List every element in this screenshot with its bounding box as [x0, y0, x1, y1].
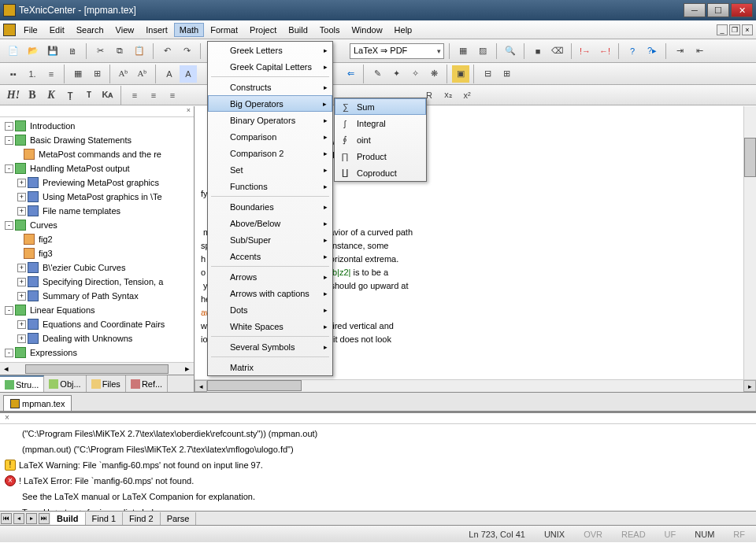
structure-tree[interactable]: -Introduction -Basic Drawing Statements … — [0, 117, 194, 362]
submenu-sum[interactable]: ∑Sum — [335, 98, 426, 115]
new-button[interactable]: 📄 — [5, 42, 22, 60]
tree-item[interactable]: Expressions — [28, 347, 79, 358]
menu-file[interactable]: File — [18, 23, 43, 37]
expand-icon[interactable]: - — [5, 136, 13, 145]
expand-icon[interactable]: + — [17, 207, 26, 216]
expand-icon[interactable]: + — [17, 264, 26, 272]
output-nav-next[interactable]: ▸ — [26, 513, 37, 524]
menu-build[interactable]: Build — [283, 23, 313, 37]
expand-icon[interactable]: + — [17, 334, 26, 343]
menu-constructs[interactable]: Constructs▸ — [208, 79, 332, 95]
tree-item[interactable]: Specifying Direction, Tension, a — [41, 276, 165, 287]
menu-functions[interactable]: Functions▸ — [208, 178, 332, 194]
output-tab-build[interactable]: Build — [50, 512, 86, 525]
tree-item[interactable]: Basic Drawing Statements — [28, 135, 133, 146]
paste-button[interactable]: 📋 — [131, 42, 148, 60]
sub-icon[interactable]: x₂ — [439, 87, 457, 104]
tree-item[interactable]: B\'ezier Cubic Curves — [41, 262, 127, 273]
output-tab-find2[interactable]: Find 2 — [123, 512, 161, 525]
output-nav-prev[interactable]: ◂ — [13, 513, 24, 524]
menu-search[interactable]: Search — [71, 23, 109, 37]
indent-button[interactable]: ⇥ — [671, 42, 688, 60]
expand-icon[interactable]: - — [5, 122, 13, 131]
tree-item[interactable]: fig2 — [37, 234, 54, 245]
expand-icon[interactable]: + — [17, 179, 26, 187]
tree-item[interactable]: fig3 — [37, 248, 54, 259]
maximize-button[interactable]: ☐ — [707, 3, 729, 17]
output-tab-parse[interactable]: Parse — [161, 512, 197, 525]
menu-math[interactable]: Math — [174, 23, 204, 37]
open-button[interactable]: 📂 — [24, 42, 42, 60]
menu-edit[interactable]: Edit — [44, 23, 70, 37]
doc-tab-mpman[interactable]: mpman.tex — [3, 395, 72, 411]
expand-icon[interactable]: + — [17, 292, 26, 301]
next-error-button[interactable]: !→ — [576, 42, 594, 60]
saveall-button[interactable]: 🗎 — [64, 42, 81, 60]
tabular-button[interactable]: ⊞ — [88, 65, 106, 83]
menu-view[interactable]: View — [110, 23, 140, 37]
highlight-button[interactable]: A — [180, 65, 197, 83]
tab-references[interactable]: Ref... — [126, 375, 168, 392]
menu-arrows-captions[interactable]: Arrows with captions▸ — [208, 285, 332, 301]
save-button[interactable]: 💾 — [44, 42, 61, 60]
tab-structure[interactable]: Stru... — [0, 375, 44, 392]
mdi-minimize-button[interactable]: _ — [717, 24, 728, 35]
clean-button[interactable]: ⌫ — [549, 42, 566, 60]
editor-hscrollbar[interactable]: ◂▸ — [195, 379, 756, 392]
sup-icon[interactable]: x² — [458, 87, 476, 104]
toggle1-button[interactable]: ⊟ — [479, 65, 496, 83]
menu-greek-letters[interactable]: Greek Letters▸ — [208, 42, 332, 58]
tree-item[interactable]: MetaPost commands and the re — [37, 149, 163, 160]
sans-button[interactable]: Ţ — [61, 87, 79, 104]
menu-matrix[interactable]: Matrix — [208, 359, 332, 375]
menu-format[interactable]: Format — [205, 23, 243, 37]
copy-button[interactable]: ⧉ — [111, 42, 128, 60]
output-tab-find1[interactable]: Find 1 — [86, 512, 124, 525]
expand-icon[interactable]: - — [5, 306, 13, 315]
build-button[interactable]: ▦ — [454, 42, 472, 60]
toggle2-button[interactable]: ⊞ — [498, 65, 515, 83]
mdi-close-button[interactable]: × — [742, 24, 753, 35]
tree-item[interactable]: Using MetaPost graphics in \Te — [41, 191, 164, 202]
tree-item[interactable]: Handling MetaPost output — [28, 163, 132, 174]
minimize-button[interactable]: ─ — [684, 3, 706, 17]
menu-big-operators[interactable]: Big Operators▸ — [208, 95, 332, 112]
tree-item[interactable]: File name templates — [41, 205, 122, 216]
macro-button[interactable]: ▣ — [452, 65, 469, 83]
close-button[interactable]: ✕ — [731, 3, 753, 17]
prev-error-button[interactable]: ←! — [596, 42, 613, 60]
menu-accents[interactable]: Accents▸ — [208, 248, 332, 264]
build-view-button[interactable]: ▨ — [474, 42, 491, 60]
editor-vscrollbar[interactable] — [743, 106, 756, 379]
align-center-button[interactable]: ≡ — [145, 87, 162, 104]
build-output[interactable]: ("C:\Program Files\MiKTeX 2.7\tex\latex\… — [0, 424, 756, 511]
wizard2-icon[interactable]: ✧ — [406, 65, 424, 83]
tree-item[interactable]: Introduction — [28, 120, 76, 131]
submenu-coproduct[interactable]: ∐Coproduct — [335, 164, 426, 181]
context-help-button[interactable]: ?▸ — [643, 42, 661, 60]
tree-item[interactable]: Summary of Path Syntax — [41, 290, 140, 301]
description-button[interactable]: ≡ — [43, 65, 60, 83]
text-color-button[interactable]: A — [161, 65, 178, 83]
output-nav-last[interactable]: ⏭ — [39, 513, 50, 524]
expand-icon[interactable]: - — [5, 221, 13, 230]
menu-comparison[interactable]: Comparison▸ — [208, 128, 332, 145]
italic-k-button[interactable]: K — [43, 87, 60, 104]
mdi-restore-button[interactable]: ❐ — [729, 24, 740, 35]
tree-item[interactable]: Equations and Coordinate Pairs — [41, 319, 166, 330]
expand-icon[interactable]: + — [17, 278, 26, 286]
menu-white-spaces[interactable]: White Spaces▸ — [208, 318, 332, 334]
align-right-button[interactable]: ≡ — [164, 87, 181, 104]
output-nav-first[interactable]: ⏮ — [1, 513, 12, 524]
output-profile-combo[interactable]: LaTeX ⇒ PDF — [350, 43, 444, 59]
bold-button[interactable]: B — [24, 87, 41, 104]
menu-arrows[interactable]: Arrows▸ — [208, 268, 332, 285]
expand-icon[interactable]: - — [5, 349, 13, 357]
smallcaps-button[interactable]: Kᴀ — [99, 87, 117, 104]
emph-button[interactable]: H! — [5, 87, 22, 104]
expand-icon[interactable]: + — [17, 320, 26, 329]
tab-files[interactable]: Files — [87, 375, 126, 392]
menu-window[interactable]: Window — [346, 23, 387, 37]
expand-icon[interactable]: + — [17, 193, 26, 201]
submenu-product[interactable]: ∏Product — [335, 148, 426, 164]
